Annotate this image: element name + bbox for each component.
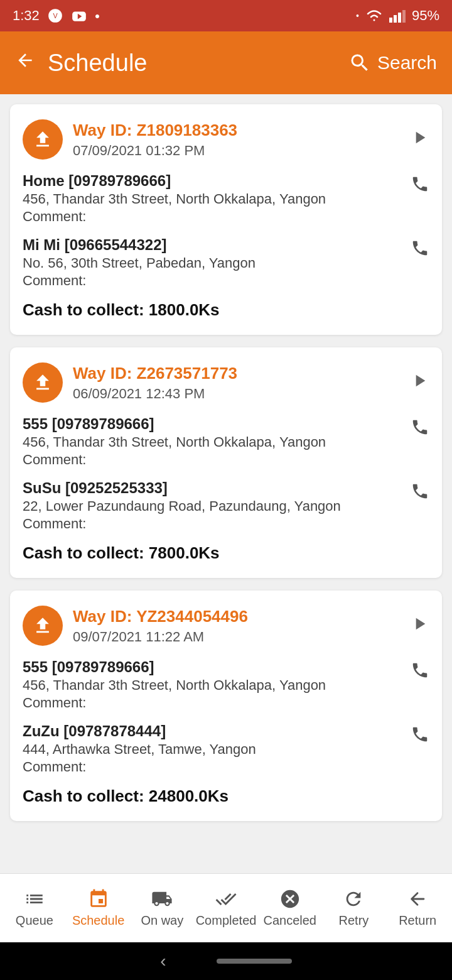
address-name-1-2: Mi Mi [09665544322] xyxy=(23,236,401,254)
way-date-1: 07/09/2021 01:32 PM xyxy=(73,143,237,159)
address-name-2-1: 555 [09789789666] xyxy=(23,415,401,433)
nav-schedule[interactable]: Schedule xyxy=(67,883,131,933)
address-comment-2-1: Comment: xyxy=(23,452,401,468)
nav-return-label: Return xyxy=(399,913,436,928)
upload-button-3[interactable] xyxy=(23,606,63,646)
address-name-3-1: 555 [09789789666] xyxy=(23,658,401,676)
signal-icon xyxy=(389,9,406,23)
nav-completed[interactable]: Completed xyxy=(194,883,258,933)
cash-collect-3: Cash to collect: 24800.0Ks xyxy=(23,787,429,806)
card-header-left-1: Way ID: Z1809183363 07/09/2021 01:32 PM xyxy=(23,119,237,160)
header-left: Schedule xyxy=(15,50,147,77)
truck-icon xyxy=(151,888,173,910)
address-text-1-2: Mi Mi [09665544322] No. 56, 30th Street,… xyxy=(23,236,401,289)
wifi-icon xyxy=(365,9,383,23)
address-text-1-1: Home [09789789666] 456, Thandar 3th Stre… xyxy=(23,172,401,225)
card-header-2: Way ID: Z2673571773 06/09/2021 12:43 PM xyxy=(23,362,429,403)
address-comment-2-2: Comment: xyxy=(23,516,401,532)
way-id-3: Way ID: YZ2344054496 xyxy=(73,607,248,626)
status-bar-right: • 95% xyxy=(356,8,439,24)
way-info-3: Way ID: YZ2344054496 09/07/2021 11:22 AM xyxy=(73,607,248,645)
way-card-3: Way ID: YZ2344054496 09/07/2021 11:22 AM… xyxy=(10,591,442,821)
address-text-2-1: 555 [09789789666] 456, Thandar 3th Stree… xyxy=(23,415,401,468)
way-info-2: Way ID: Z2673571773 06/09/2021 12:43 PM xyxy=(73,364,237,402)
viber-icon: V xyxy=(47,8,63,24)
address-comment-3-2: Comment: xyxy=(23,759,401,775)
youtube-icon xyxy=(71,8,87,24)
way-info-1: Way ID: Z1809183363 07/09/2021 01:32 PM xyxy=(73,121,237,159)
address-comment-1-1: Comment: xyxy=(23,209,401,225)
card-header-left-2: Way ID: Z2673571773 06/09/2021 12:43 PM xyxy=(23,362,237,403)
nav-queue[interactable]: Queue xyxy=(3,883,67,933)
nav-onway-label: On way xyxy=(141,913,183,928)
phone-button-3-2[interactable] xyxy=(411,725,429,746)
way-id-1: Way ID: Z1809183363 xyxy=(73,121,237,140)
phone-button-1-2[interactable] xyxy=(411,239,429,260)
queue-icon xyxy=(24,888,45,910)
notification-dot: ● xyxy=(95,11,100,21)
address-detail-3-1: 456, Thandar 3th Street, North Okkalapa,… xyxy=(23,677,401,694)
header: Schedule Search xyxy=(0,31,452,94)
address-name-3-2: ZuZu [09787878444] xyxy=(23,722,401,740)
card-header-1: Way ID: Z1809183363 07/09/2021 01:32 PM xyxy=(23,119,429,160)
address-row-1-1: Home [09789789666] 456, Thandar 3th Stre… xyxy=(23,172,429,225)
address-row-3-1: 555 [09789789666] 456, Thandar 3th Stree… xyxy=(23,658,429,711)
retry-icon xyxy=(343,888,364,910)
address-comment-3-1: Comment: xyxy=(23,695,401,711)
svg-rect-4 xyxy=(389,18,392,23)
status-bar-left: 1:32 V ● xyxy=(13,8,100,24)
search-label: Search xyxy=(377,52,437,74)
svg-text:V: V xyxy=(53,12,58,19)
detail-arrow-3[interactable] xyxy=(409,614,429,638)
status-bar: 1:32 V ● • 95% xyxy=(0,0,452,31)
address-detail-1-1: 456, Thandar 3th Street, North Okkalapa,… xyxy=(23,191,401,207)
address-row-2-1: 555 [09789789666] 456, Thandar 3th Stree… xyxy=(23,415,429,468)
phone-button-2-2[interactable] xyxy=(411,482,429,503)
nav-return[interactable]: Return xyxy=(385,883,449,933)
completed-icon xyxy=(215,888,237,910)
way-id-2: Way ID: Z2673571773 xyxy=(73,364,237,383)
address-detail-3-2: 444, Arthawka Street, Tamwe, Yangon xyxy=(23,741,401,758)
address-row-3-2: ZuZu [09787878444] 444, Arthawka Street,… xyxy=(23,722,429,775)
address-text-2-2: SuSu [09252525333] 22, Lower Pazundaung … xyxy=(23,479,401,532)
page-title: Schedule xyxy=(48,50,147,77)
way-card-2: Way ID: Z2673571773 06/09/2021 12:43 PM … xyxy=(10,347,442,578)
cash-collect-2: Cash to collect: 7800.0Ks xyxy=(23,543,429,563)
content-area: Way ID: Z1809183363 07/09/2021 01:32 PM … xyxy=(0,94,452,873)
address-name-2-2: SuSu [09252525333] xyxy=(23,479,401,497)
phone-button-1-1[interactable] xyxy=(411,175,429,196)
detail-arrow-1[interactable] xyxy=(409,128,429,152)
detail-arrow-2[interactable] xyxy=(409,371,429,395)
nav-completed-label: Completed xyxy=(196,913,257,928)
nav-queue-label: Queue xyxy=(16,913,53,928)
nav-canceled-label: Canceled xyxy=(263,913,316,928)
way-date-2: 06/09/2021 12:43 PM xyxy=(73,386,237,402)
dot-indicator: • xyxy=(356,11,359,21)
battery-indicator: 95% xyxy=(412,8,439,24)
card-header-3: Way ID: YZ2344054496 09/07/2021 11:22 AM xyxy=(23,606,429,646)
upload-button-2[interactable] xyxy=(23,362,63,403)
nav-canceled[interactable]: Canceled xyxy=(258,883,322,933)
upload-button-1[interactable] xyxy=(23,119,63,160)
address-comment-1-2: Comment: xyxy=(23,273,401,289)
search-button[interactable]: Search xyxy=(348,52,437,74)
back-gesture[interactable]: ‹ xyxy=(160,951,166,971)
svg-rect-5 xyxy=(394,15,397,23)
status-time: 1:32 xyxy=(13,8,40,24)
back-button[interactable] xyxy=(15,50,35,75)
phone-button-2-1[interactable] xyxy=(411,418,429,439)
svg-rect-6 xyxy=(398,13,401,23)
svg-rect-7 xyxy=(402,10,406,23)
cash-collect-1: Cash to collect: 1800.0Ks xyxy=(23,300,429,320)
return-icon xyxy=(407,888,428,910)
address-text-3-2: ZuZu [09787878444] 444, Arthawka Street,… xyxy=(23,722,401,775)
home-pill[interactable] xyxy=(217,959,292,964)
phone-button-3-1[interactable] xyxy=(411,661,429,682)
address-name-1-1: Home [09789789666] xyxy=(23,172,401,190)
address-detail-1-2: No. 56, 30th Street, Pabedan, Yangon xyxy=(23,255,401,271)
address-row-2-2: SuSu [09252525333] 22, Lower Pazundaung … xyxy=(23,479,429,532)
nav-onway[interactable]: On way xyxy=(130,883,194,933)
address-detail-2-2: 22, Lower Pazundaung Road, Pazundaung, Y… xyxy=(23,498,401,514)
way-card-1: Way ID: Z1809183363 07/09/2021 01:32 PM … xyxy=(10,104,442,335)
nav-retry[interactable]: Retry xyxy=(322,883,386,933)
